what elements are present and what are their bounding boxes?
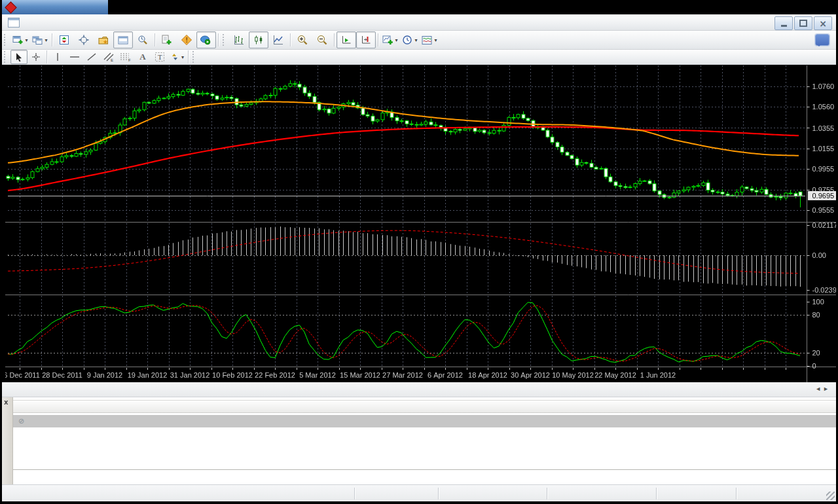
zoom-out-icon bbox=[317, 35, 327, 45]
advisors-icon bbox=[200, 35, 211, 45]
symbol-tab-bar: ◄► bbox=[2, 382, 836, 397]
crosshair-icon bbox=[79, 35, 89, 45]
toolbar-grip[interactable] bbox=[4, 34, 8, 46]
resize-grip[interactable] bbox=[826, 492, 835, 500]
crosshair-tool-icon bbox=[31, 52, 41, 62]
advisors-button[interactable] bbox=[196, 31, 216, 48]
text-label-button[interactable]: T bbox=[151, 50, 168, 64]
chart-shift-button[interactable] bbox=[356, 31, 376, 48]
line-chart-icon bbox=[273, 35, 283, 45]
folder-star-icon: ★ bbox=[98, 35, 109, 45]
close-button[interactable]: × bbox=[814, 16, 832, 30]
bar-chart-button[interactable] bbox=[229, 31, 249, 48]
profiles-icon bbox=[32, 35, 43, 45]
trendline-icon bbox=[86, 52, 97, 62]
tester-magnifier-icon bbox=[137, 35, 148, 45]
market-watch-icon bbox=[59, 35, 69, 45]
data-window-button[interactable] bbox=[74, 31, 94, 48]
crosshair-tool-button[interactable] bbox=[27, 50, 45, 64]
drawing-toolbar: E F A T ▾ bbox=[2, 50, 836, 65]
navigator-button[interactable]: ★ bbox=[94, 31, 113, 48]
trendline-button[interactable] bbox=[83, 50, 100, 64]
profiles-button[interactable]: ▾ bbox=[30, 31, 50, 48]
channel-icon: E bbox=[103, 52, 115, 62]
text-label-icon: T bbox=[155, 52, 165, 62]
alerts-button[interactable]: ! bbox=[177, 31, 196, 48]
tab-scroll-arrows[interactable]: ◄► bbox=[815, 386, 831, 392]
new-order-icon bbox=[161, 35, 172, 45]
orders-table-header bbox=[13, 400, 836, 413]
svg-text:★: ★ bbox=[103, 38, 108, 45]
bar-chart-icon bbox=[234, 35, 244, 45]
cursor-icon bbox=[15, 52, 23, 62]
zoom-in-icon bbox=[297, 35, 308, 45]
periods-button[interactable]: ▾ bbox=[400, 31, 420, 48]
templates-button[interactable]: ▾ bbox=[420, 31, 439, 48]
restore-button[interactable] bbox=[794, 16, 812, 30]
window-controls: × bbox=[774, 16, 832, 30]
status-bar bbox=[2, 484, 836, 501]
fibonacci-button[interactable]: F bbox=[117, 50, 134, 64]
new-order-button[interactable] bbox=[157, 31, 177, 48]
arrow-shapes-icon bbox=[170, 52, 179, 62]
svg-text:!: ! bbox=[186, 37, 188, 44]
new-chart-icon bbox=[12, 35, 23, 45]
line-chart-button[interactable] bbox=[268, 31, 288, 48]
indicators-icon bbox=[382, 35, 393, 45]
strategy-tester-button[interactable] bbox=[133, 31, 153, 48]
toolbar-grip[interactable] bbox=[4, 51, 8, 63]
toolbar-grip[interactable] bbox=[223, 34, 227, 46]
notification-badge[interactable] bbox=[815, 34, 829, 46]
clock-icon bbox=[402, 35, 412, 45]
vertical-line-icon bbox=[54, 52, 62, 62]
terminal-vertical-label bbox=[1, 412, 12, 477]
vertical-line-button[interactable] bbox=[49, 50, 66, 64]
minimize-button[interactable] bbox=[774, 16, 793, 30]
instatrader-window: × ▾ ▾ ★ ! bbox=[0, 0, 838, 504]
balance-row[interactable]: ⊘ bbox=[13, 415, 836, 427]
arrows-button[interactable]: ▾ bbox=[168, 50, 186, 64]
chart-shift-icon bbox=[361, 35, 371, 45]
warning-diamond-icon: ! bbox=[181, 34, 192, 46]
toolbar-grip[interactable] bbox=[192, 51, 196, 63]
price-chart-canvas[interactable] bbox=[5, 65, 836, 382]
auto-scroll-button[interactable] bbox=[337, 31, 356, 48]
zoom-in-button[interactable] bbox=[293, 31, 312, 48]
candlestick-icon bbox=[253, 35, 264, 45]
auto-scroll-icon bbox=[341, 35, 352, 45]
indicators-button[interactable]: ▾ bbox=[380, 31, 400, 48]
standard-toolbar: ▾ ▾ ★ ! bbox=[2, 31, 836, 50]
chart-window-icon[interactable] bbox=[8, 18, 20, 27]
title-bar[interactable] bbox=[2, 0, 108, 14]
text-a-icon: A bbox=[139, 52, 145, 62]
svg-text:T: T bbox=[158, 53, 162, 61]
terminal-button[interactable] bbox=[113, 31, 133, 48]
market-watch-button[interactable] bbox=[54, 31, 74, 48]
svg-text:E: E bbox=[111, 58, 113, 62]
fibonacci-icon: F bbox=[120, 52, 132, 62]
app-logo-icon bbox=[5, 1, 16, 13]
menu-bar: × bbox=[2, 14, 836, 31]
templates-icon bbox=[422, 35, 432, 45]
horizontal-line-button[interactable] bbox=[66, 50, 83, 64]
terminal-side-strip: x bbox=[2, 397, 13, 484]
svg-text:F: F bbox=[128, 58, 131, 62]
channel-button[interactable]: E bbox=[100, 50, 117, 64]
stoch-indicator-label bbox=[9, 297, 11, 305]
horizontal-line-icon bbox=[69, 52, 80, 62]
chart-symbol-label bbox=[9, 68, 13, 76]
cursor-button[interactable] bbox=[10, 50, 27, 64]
terminal-close-icon[interactable]: x bbox=[4, 399, 8, 406]
terminal-panel-icon bbox=[118, 35, 128, 45]
candlestick-button[interactable] bbox=[249, 31, 268, 48]
macd-indicator-label bbox=[9, 225, 11, 232]
balance-status-icon: ⊘ bbox=[18, 417, 24, 425]
new-chart-button[interactable]: ▾ bbox=[10, 31, 30, 48]
zoom-out-button[interactable] bbox=[312, 31, 332, 48]
text-button[interactable]: A bbox=[134, 50, 151, 64]
terminal-panel: x ⊘ bbox=[2, 397, 836, 484]
terminal-tabs bbox=[13, 469, 836, 485]
